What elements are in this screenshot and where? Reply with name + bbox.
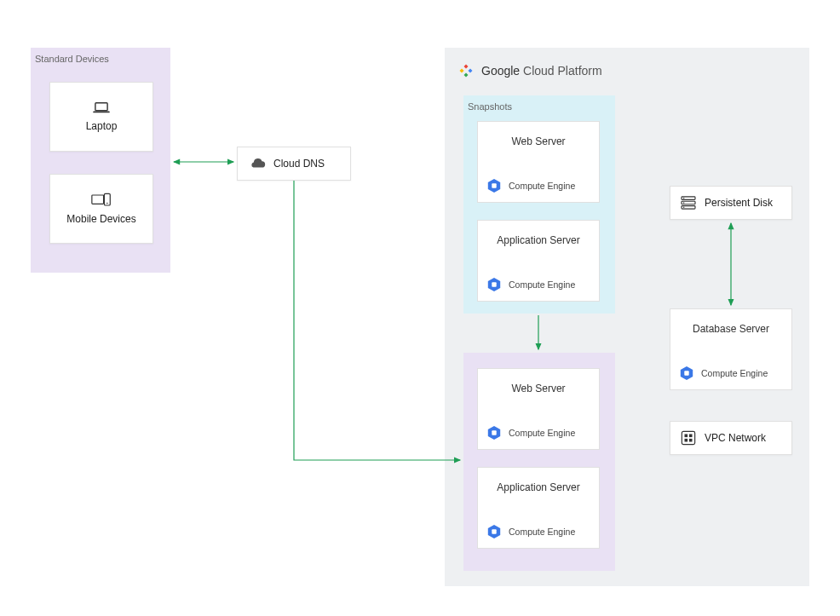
card-sublabel: Compute Engine	[701, 368, 768, 378]
svg-rect-12	[492, 529, 496, 533]
card-sublabel: Compute Engine	[509, 181, 575, 191]
compute-engine-icon	[486, 277, 502, 292]
card-title: Application Server	[486, 229, 590, 246]
card-title: Web Server	[486, 377, 590, 394]
svg-rect-24	[685, 439, 688, 442]
card-subrow: Compute Engine	[486, 524, 590, 539]
mobile-label: Mobile Devices	[66, 213, 135, 225]
card-title: Web Server	[486, 130, 590, 147]
gcp-title-row: Google Cloud Platform	[446, 55, 808, 79]
cloud-dns-label: Cloud DNS	[273, 158, 325, 170]
svg-rect-22	[685, 435, 688, 438]
card-subrow: Compute Engine	[486, 425, 590, 440]
devices-group-title: Standard Devices	[32, 49, 170, 67]
svg-rect-25	[689, 439, 693, 442]
gcp-logo-icon	[457, 62, 475, 79]
storage-icon	[681, 196, 696, 210]
compute-engine-icon	[486, 178, 502, 193]
card-sublabel: Compute Engine	[509, 279, 575, 290]
laptop-icon	[92, 101, 111, 115]
svg-point-17	[683, 202, 684, 203]
compute-engine-icon	[486, 524, 502, 539]
card-subrow: Compute Engine	[486, 178, 590, 193]
vpc-network-label: VPC Network	[705, 432, 766, 444]
svg-rect-20	[684, 371, 688, 375]
compute-engine-icon	[486, 425, 502, 440]
svg-rect-10	[492, 430, 496, 435]
snapshot-web-server-card[interactable]: Web Server Compute Engine	[477, 121, 600, 203]
web-server-card[interactable]: Web Server Compute Engine	[477, 368, 600, 450]
card-sublabel: Compute Engine	[509, 428, 575, 438]
vpc-network-icon	[681, 430, 696, 446]
database-server-card[interactable]: Database Server Compute Engine	[670, 308, 792, 390]
svg-point-4	[106, 203, 108, 204]
svg-rect-21	[682, 431, 694, 444]
compute-engine-icon	[679, 366, 694, 381]
mobile-devices-icon	[91, 193, 112, 208]
mobile-node[interactable]: Mobile Devices	[49, 174, 153, 244]
vpc-network-node[interactable]: VPC Network	[670, 421, 792, 455]
svg-point-18	[683, 207, 684, 208]
snapshot-app-server-card[interactable]: Application Server Compute Engine	[477, 220, 600, 302]
laptop-node[interactable]: Laptop	[49, 82, 153, 152]
svg-rect-6	[492, 183, 496, 187]
svg-rect-0	[95, 103, 107, 111]
card-title: Database Server	[679, 318, 783, 335]
card-subrow: Compute Engine	[679, 366, 783, 381]
card-title: Application Server	[486, 476, 590, 493]
laptop-label: Laptop	[86, 120, 118, 132]
persistent-disk-node[interactable]: Persistent Disk	[670, 186, 792, 220]
svg-rect-1	[93, 112, 110, 113]
cloud-icon	[248, 157, 267, 170]
svg-rect-23	[689, 435, 693, 438]
svg-rect-8	[492, 282, 496, 286]
card-subrow: Compute Engine	[486, 277, 590, 292]
gcp-title-text: Google Cloud Platform	[481, 64, 602, 78]
app-server-card[interactable]: Application Server Compute Engine	[477, 467, 600, 549]
svg-point-16	[683, 198, 684, 199]
persistent-disk-label: Persistent Disk	[705, 197, 773, 209]
card-sublabel: Compute Engine	[509, 527, 575, 537]
cloud-dns-node[interactable]: Cloud DNS	[237, 147, 351, 181]
snapshots-group-title: Snapshots	[464, 96, 614, 115]
svg-rect-2	[92, 195, 104, 204]
